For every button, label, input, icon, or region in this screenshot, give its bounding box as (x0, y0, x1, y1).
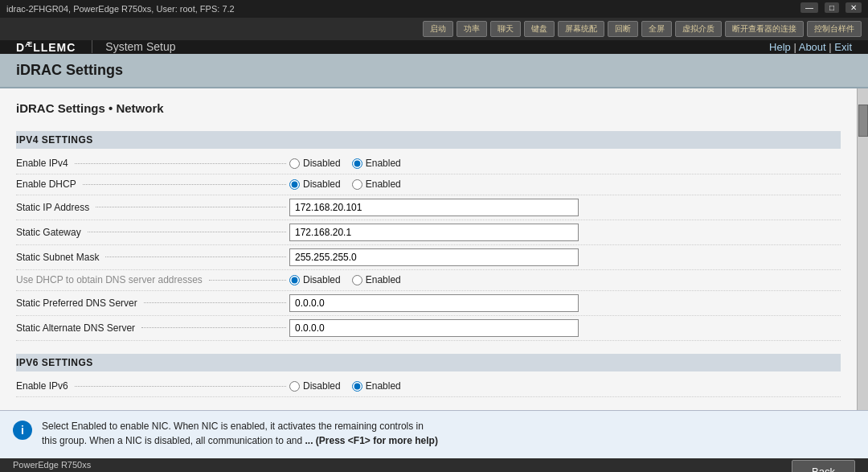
footer-info: PowerEdge R750xs Service Tag : 2FHGR04 (13, 458, 106, 472)
static-gateway-label: Static Gateway (16, 227, 289, 238)
table-row: Static Alternate DNS Server (16, 316, 841, 341)
toolbar-btn-断开查看器的连接[interactable]: 断开查看器的连接 (725, 21, 804, 37)
info-bar: i Select Enabled to enable NIC. When NIC… (0, 410, 868, 458)
static-ip-input[interactable] (289, 199, 579, 216)
title-bar-text: idrac-2FHGR04, PowerEdge R750xs, User: r… (6, 4, 235, 14)
dhcp-enabled-option[interactable]: Enabled (352, 179, 401, 190)
settings-area: iDRAC Settings • Network IPV4 SETTINGS E… (0, 88, 868, 410)
info-text: Select Enabled to enable NIC. When NIC i… (42, 419, 438, 448)
alternate-dns-label: Static Alternate DNS Server (16, 322, 289, 334)
ipv6-heading: IPV6 SETTINGS (16, 354, 841, 371)
toolbar-btn-键盘[interactable]: 键盘 (524, 21, 555, 37)
info-icon: i (13, 421, 32, 440)
page-title-bar: iDRAC Settings (0, 54, 868, 88)
ipv4-enabled-option[interactable]: Enabled (352, 158, 401, 169)
table-row: Enable IPv6 Disabled Enabled (16, 376, 841, 397)
minimize-button[interactable]: — (800, 2, 818, 13)
enable-dhcp-label: Enable DHCP (16, 179, 289, 190)
toolbar-btn-回断[interactable]: 回断 (608, 21, 638, 37)
toolbar-btn-启动[interactable]: 启动 (423, 21, 453, 37)
static-ip-value (289, 199, 579, 216)
ipv6-enabled-option[interactable]: Enabled (352, 380, 401, 392)
table-row: Enable DHCP Disabled Enabled (16, 174, 841, 195)
table-row: Static Subnet Mask (16, 245, 841, 270)
scroll-thumb[interactable] (858, 105, 868, 137)
table-row: Static IP Address (16, 195, 841, 220)
preferred-dns-input[interactable] (289, 294, 579, 312)
exit-link[interactable]: Exit (834, 41, 852, 53)
dhcp-dns-enabled-option[interactable]: Enabled (352, 274, 401, 285)
dhcp-dns-disabled-option[interactable]: Disabled (289, 274, 341, 285)
maximize-button[interactable]: □ (825, 2, 839, 13)
toolbar-btn-虚拟介质[interactable]: 虚拟介质 (675, 21, 722, 37)
close-button[interactable]: ✕ (845, 2, 862, 13)
page-title: iDRAC Settings (16, 62, 852, 79)
dhcp-disabled-option[interactable]: Disabled (289, 179, 341, 190)
dhcp-dns-value: Disabled Enabled (289, 274, 401, 285)
toolbar-btn-功率[interactable]: 功率 (457, 21, 487, 37)
table-row: Static Preferred DNS Server (16, 291, 841, 316)
toolbar-btn-控制台样件[interactable]: 控制台样件 (807, 21, 862, 37)
window-controls: — □ ✕ (800, 2, 862, 13)
table-row: Use DHCP to obtain DNS server addresses … (16, 270, 841, 291)
static-subnet-value (289, 248, 579, 266)
preferred-dns-value (289, 294, 579, 312)
bios-nav-links: Help | About | Exit (769, 41, 852, 53)
toolbar-btn-全屏[interactable]: 全屏 (641, 21, 672, 37)
bios-brand: DÆLLEMC System Setup (16, 40, 176, 54)
back-button[interactable]: Back (792, 460, 855, 472)
system-setup-title: System Setup (92, 40, 175, 53)
ipv4-disabled-option[interactable]: Disabled (289, 158, 341, 169)
bios-frame: DÆLLEMC System Setup Help | About | Exit… (0, 40, 868, 472)
static-subnet-input[interactable] (289, 248, 579, 266)
enable-ipv4-value: Disabled Enabled (289, 158, 401, 169)
bios-content: iDRAC Settings iDRAC Settings • Network … (0, 54, 868, 458)
static-gateway-value (289, 224, 579, 241)
settings-panel: iDRAC Settings • Network IPV4 SETTINGS E… (0, 88, 857, 410)
bios-footer: PowerEdge R750xs Service Tag : 2FHGR04 B… (0, 458, 868, 472)
enable-ipv6-label: Enable IPv6 (16, 380, 289, 392)
footer-model: PowerEdge R750xs (13, 458, 106, 472)
enable-ipv4-label: Enable IPv4 (16, 158, 289, 169)
alternate-dns-input[interactable] (289, 319, 579, 337)
table-row: Enable IPv4 Disabled Enabled (16, 154, 841, 174)
ipv6-disabled-option[interactable]: Disabled (289, 380, 341, 392)
alternate-dns-value (289, 319, 579, 337)
about-link[interactable]: About (799, 41, 826, 53)
toolbar: 启动功率聊天键盘屏幕统配回断全屏虚拟介质断开查看器的连接控制台样件 (0, 18, 868, 40)
static-gateway-input[interactable] (289, 224, 579, 241)
scrollbar[interactable] (857, 88, 868, 410)
table-row: Static Gateway (16, 220, 841, 245)
help-link[interactable]: Help (769, 41, 791, 53)
enable-ipv6-value: Disabled Enabled (289, 380, 401, 392)
breadcrumb: iDRAC Settings • Network (16, 101, 841, 120)
ipv4-heading: IPV4 SETTINGS (16, 131, 841, 149)
preferred-dns-label: Static Preferred DNS Server (16, 298, 289, 309)
static-subnet-label: Static Subnet Mask (16, 252, 289, 263)
dell-logo: DÆLLEMC (16, 40, 76, 54)
toolbar-btn-聊天[interactable]: 聊天 (490, 21, 521, 37)
toolbar-btn-屏幕统配[interactable]: 屏幕统配 (558, 21, 604, 37)
enable-dhcp-value: Disabled Enabled (289, 179, 401, 190)
dhcp-dns-label: Use DHCP to obtain DNS server addresses (16, 274, 289, 285)
static-ip-label: Static IP Address (16, 202, 289, 213)
title-bar: idrac-2FHGR04, PowerEdge R750xs, User: r… (0, 0, 868, 18)
bios-header: DÆLLEMC System Setup Help | About | Exit (0, 40, 868, 54)
